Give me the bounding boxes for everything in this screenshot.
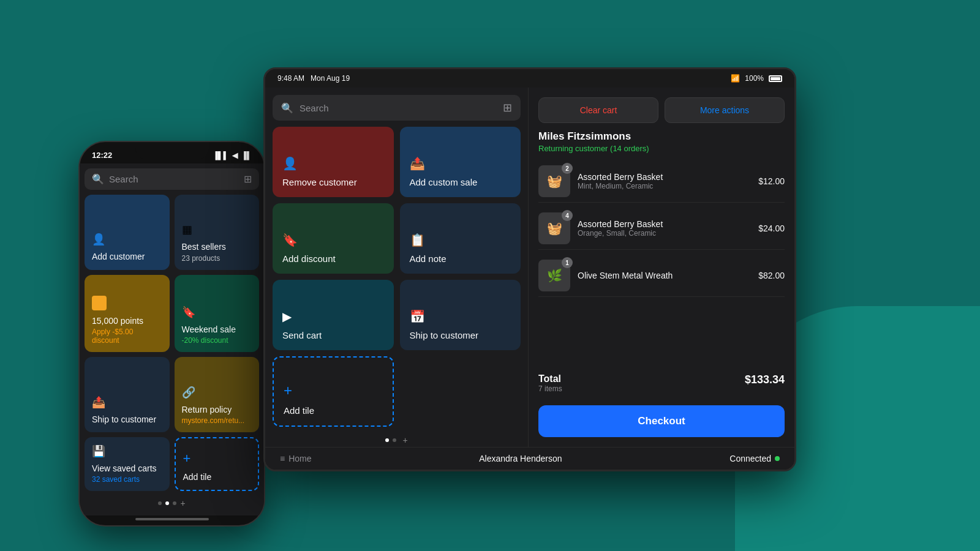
ship-icon: 📤 bbox=[92, 395, 162, 409]
discount-tag-icon: 🔖 bbox=[282, 233, 384, 247]
tablet-tile-add-note[interactable]: 📋 Add note bbox=[400, 203, 521, 274]
phone-tile-add-customer[interactable]: 👤 Add customer bbox=[85, 195, 170, 270]
phone-dot-3 bbox=[173, 501, 176, 505]
phone-tile-points-sub: Apply -$5.00 discount bbox=[92, 328, 162, 345]
cart-item-image-1: 🧺 2 bbox=[538, 165, 570, 197]
tablet-tile-send-cart[interactable]: ▶ Send cart bbox=[273, 280, 394, 350]
tablet-connected-label: Connected bbox=[729, 454, 771, 463]
cart-item-image-3: 🌿 1 bbox=[538, 260, 570, 291]
tablet-status-bar: 9:48 AM Mon Aug 19 📶 100% bbox=[265, 69, 794, 88]
tablet-bottom-bar: ≡ Home Alexandra Henderson Connected bbox=[265, 447, 794, 470]
cart-total-items: 7 items bbox=[538, 384, 562, 393]
tablet-tile-ship-to-customer[interactable]: 📅 Ship to customer bbox=[400, 280, 521, 350]
cart-total-amount: $133.34 bbox=[745, 373, 785, 386]
discount-icon: 🔖 bbox=[182, 305, 252, 319]
phone-tile-weekend-sale-sub: -20% discount bbox=[182, 336, 252, 345]
tablet-search-icon: 🔍 bbox=[281, 102, 293, 114]
cart-icon: 💾 bbox=[92, 444, 162, 458]
phone-tile-best-sellers-label: Best sellers bbox=[182, 241, 252, 252]
phone-status-icons: ▐▌▌ ◀ ▐▌ bbox=[213, 151, 252, 160]
phone-tile-points-label: 15,000 points bbox=[92, 315, 162, 326]
phone-tile-return-policy[interactable]: 🔗 Return policy mystore.com/retu... bbox=[175, 357, 260, 432]
tablet-dot-1 bbox=[385, 438, 389, 442]
phone-dot-plus: + bbox=[180, 498, 185, 508]
cart-actions: Clear cart More actions bbox=[538, 97, 785, 123]
more-actions-button[interactable]: More actions bbox=[665, 97, 785, 123]
phone-device: 12:22 ▐▌▌ ◀ ▐▌ 🔍 Search ⊞ 👤 Add customer… bbox=[78, 141, 265, 527]
tablet-tile-add-tile[interactable]: + Add tile bbox=[273, 356, 394, 427]
customer-name: Miles Fitzsimmons bbox=[538, 130, 785, 143]
tablet-connection-status: Connected bbox=[729, 454, 780, 463]
tablet-device: 9:48 AM Mon Aug 19 📶 100% 🔍 Search ⊞ 👤 bbox=[263, 67, 796, 471]
phone-tile-points[interactable]: 15,000 points Apply -$5.00 discount bbox=[85, 275, 170, 353]
phone-search-bar[interactable]: 🔍 Search ⊞ bbox=[85, 168, 259, 190]
phone-tile-saved-carts[interactable]: 💾 View saved carts 32 saved carts bbox=[85, 437, 170, 491]
clear-cart-button[interactable]: Clear cart bbox=[538, 97, 658, 123]
cart-item: 🌿 1 Olive Stem Metal Wreath $82.00 bbox=[538, 255, 785, 297]
cart-item-name-3: Olive Stem Metal Wreath bbox=[578, 271, 751, 280]
tablet-tile-ship-label: Ship to customer bbox=[410, 330, 511, 340]
tablet-tile-note-label: Add note bbox=[410, 253, 511, 264]
tablet-tile-remove-customer[interactable]: 👤 Remove customer bbox=[273, 127, 394, 197]
phone-dot-1 bbox=[158, 501, 162, 505]
phone-tile-weekend-sale[interactable]: 🔖 Weekend sale -20% discount bbox=[175, 275, 260, 353]
phone-tile-add-tile[interactable]: + Add tile bbox=[175, 437, 260, 491]
star-icon bbox=[92, 296, 107, 310]
tablet-page-dots: + bbox=[273, 433, 521, 447]
tablet-home-label: Home bbox=[288, 454, 311, 463]
phone-tile-best-sellers[interactable]: ▦ Best sellers 23 products bbox=[175, 195, 260, 270]
cart-total: Total 7 items $133.34 bbox=[538, 369, 785, 398]
tablet-status-icons: 📶 100% bbox=[731, 74, 782, 83]
person-icon: 👤 bbox=[92, 233, 162, 246]
grid-icon: ▦ bbox=[182, 223, 252, 236]
signal-icon: ▐▌▌ bbox=[213, 151, 228, 160]
tablet-tile-add-discount[interactable]: 🔖 Add discount bbox=[273, 203, 394, 274]
cart-item-price-2: $24.00 bbox=[758, 223, 785, 233]
connected-indicator bbox=[775, 456, 780, 461]
tablet-tile-panel: 🔍 Search ⊞ 👤 Remove customer 📤 Add custo… bbox=[265, 88, 529, 447]
phone-home-indicator bbox=[135, 518, 209, 520]
cart-item-price-3: $82.00 bbox=[758, 271, 785, 280]
cart-item: 🧺 2 Assorted Berry Basket Mint, Medium, … bbox=[538, 160, 785, 203]
tablet-time: 9:48 AM Mon Aug 19 bbox=[277, 74, 350, 83]
tablet-cart-panel: Clear cart More actions Miles Fitzsimmon… bbox=[529, 88, 794, 447]
tablet-tile-discount-label: Add discount bbox=[282, 253, 384, 264]
phone-page-dots: + bbox=[85, 496, 259, 511]
tablet-tile-add-custom-sale[interactable]: 📤 Add custom sale bbox=[400, 127, 521, 197]
cart-item-info-1: Assorted Berry Basket Mint, Medium, Cera… bbox=[578, 172, 751, 190]
tablet-search-bar[interactable]: 🔍 Search ⊞ bbox=[273, 95, 521, 121]
tablet-tile-grid: 👤 Remove customer 📤 Add custom sale 🔖 Ad… bbox=[273, 127, 521, 427]
phone-screen: 🔍 Search ⊞ 👤 Add customer ▦ Best sellers… bbox=[80, 163, 264, 515]
cart-items-list: 🧺 2 Assorted Berry Basket Mint, Medium, … bbox=[538, 160, 785, 361]
tablet-tile-custom-sale-label: Add custom sale bbox=[410, 177, 511, 187]
tablet-barcode-icon: ⊞ bbox=[503, 101, 512, 114]
cart-item: 🧺 4 Assorted Berry Basket Orange, Small,… bbox=[538, 208, 785, 250]
tablet-dot-2 bbox=[393, 438, 396, 442]
tablet-home-nav[interactable]: ≡ Home bbox=[280, 454, 312, 463]
phone-tile-saved-carts-sub: 32 saved carts bbox=[92, 475, 162, 484]
cart-item-sub-2: Orange, Small, Ceramic bbox=[578, 229, 751, 238]
cart-item-sub-1: Mint, Medium, Ceramic bbox=[578, 182, 751, 190]
tablet-battery-label: 100% bbox=[745, 74, 764, 83]
plus-icon: + bbox=[183, 451, 251, 467]
send-icon: ▶ bbox=[282, 309, 384, 324]
checkout-button[interactable]: Checkout bbox=[538, 405, 785, 437]
phone-tile-saved-carts-label: View saved carts bbox=[92, 463, 162, 474]
cart-item-qty-3: 1 bbox=[562, 257, 573, 268]
tablet-tile-send-cart-label: Send cart bbox=[282, 330, 384, 340]
phone-tile-best-sellers-sub: 23 products bbox=[182, 254, 252, 263]
cart-item-info-3: Olive Stem Metal Wreath bbox=[578, 271, 751, 280]
phone-search-label: Search bbox=[109, 174, 138, 184]
tablet-wifi-icon: 📶 bbox=[731, 74, 740, 83]
cart-item-info-2: Assorted Berry Basket Orange, Small, Cer… bbox=[578, 219, 751, 238]
note-icon: 📋 bbox=[410, 233, 511, 247]
phone-tile-weekend-sale-label: Weekend sale bbox=[182, 324, 252, 335]
tablet-body: 🔍 Search ⊞ 👤 Remove customer 📤 Add custo… bbox=[265, 88, 794, 447]
wifi-icon: ◀ bbox=[232, 151, 238, 160]
phone-tile-ship-to-customer[interactable]: 📤 Ship to customer bbox=[85, 357, 170, 432]
cart-item-name-2: Assorted Berry Basket bbox=[578, 219, 751, 229]
link-icon: 🔗 bbox=[182, 386, 252, 399]
upload-icon: 📤 bbox=[410, 156, 511, 171]
tablet-battery-icon bbox=[769, 75, 782, 82]
cart-item-name-1: Assorted Berry Basket bbox=[578, 172, 751, 182]
